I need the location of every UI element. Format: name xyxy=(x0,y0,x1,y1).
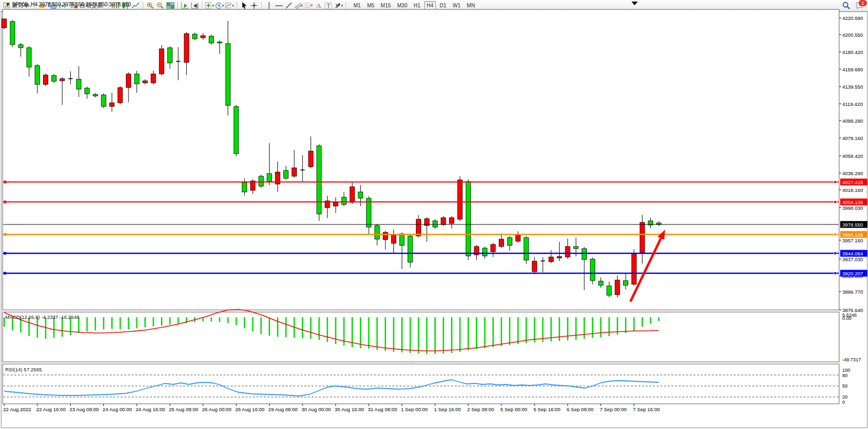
price-tick-label: 4119.420 xyxy=(842,101,863,107)
price-tick-label: 4018.160 xyxy=(842,187,863,193)
line-left-handle[interactable] xyxy=(4,201,6,203)
time-tick-label: 2 Sep 08:00 xyxy=(467,406,494,412)
candle-body xyxy=(2,19,7,28)
price-badge-label: 3978.550 xyxy=(842,222,863,228)
time-tick-label: 30 Aug 00:00 xyxy=(302,406,331,412)
line-right-handle[interactable] xyxy=(834,272,837,275)
price-tick-label: 4079.160 xyxy=(842,135,863,141)
line-right-handle[interactable] xyxy=(834,233,837,236)
line-left-handle[interactable] xyxy=(4,181,6,184)
price-tick-label: 4180.420 xyxy=(842,49,863,55)
candle-body xyxy=(416,219,421,236)
time-tick-label: 1 Sep 16:00 xyxy=(434,406,461,412)
candle-body xyxy=(118,88,123,103)
candle-body xyxy=(532,261,537,272)
rsi-scale-label: 0 xyxy=(842,400,845,405)
candle-body xyxy=(341,197,346,205)
candle-body xyxy=(159,49,164,74)
candle-body xyxy=(284,170,288,178)
candle-body xyxy=(458,180,463,219)
price-badge-label: 3966.128 xyxy=(842,232,863,238)
time-tick-label: 24 Aug 00:00 xyxy=(103,406,132,412)
candle-body xyxy=(184,34,189,62)
time-tick-label: 26 Aug 00:00 xyxy=(202,406,231,412)
candle-body xyxy=(499,239,504,246)
candle-body xyxy=(267,174,272,181)
candle-body xyxy=(143,81,147,83)
candle-body xyxy=(449,218,454,223)
macd-label: MACD(12,26,9) -4.2337 -16.2548 xyxy=(5,314,79,320)
time-tick-label: 25 Aug 08:00 xyxy=(169,406,198,412)
price-tick-label: 3876.640 xyxy=(842,307,863,313)
candle-body xyxy=(491,244,496,252)
candle-body xyxy=(27,48,31,67)
price-badge-label: 4027.415 xyxy=(842,179,863,185)
candle-body xyxy=(640,222,645,253)
candle-body xyxy=(201,36,206,38)
candle-body xyxy=(400,234,404,245)
time-tick-label: 22 Aug 2022 xyxy=(3,406,31,412)
candle-body xyxy=(93,94,98,96)
candle-body xyxy=(101,95,106,106)
price-tick-label: 4139.550 xyxy=(842,84,863,90)
candle-body xyxy=(10,22,15,45)
main-chart-panel[interactable] xyxy=(3,9,839,310)
macd-scale-bottom: -49.7317 xyxy=(842,357,861,362)
candle-body xyxy=(549,257,553,262)
candle-body xyxy=(615,280,620,295)
price-tick-label: 3957.160 xyxy=(842,238,863,243)
line-left-handle[interactable] xyxy=(4,272,6,275)
price-tick-label: 4099.290 xyxy=(842,118,863,124)
candle-body xyxy=(383,232,388,240)
price-tick-label: 3896.770 xyxy=(842,289,863,295)
candle-body xyxy=(35,66,40,84)
line-left-handle[interactable] xyxy=(4,233,6,236)
line-right-handle[interactable] xyxy=(834,201,837,203)
candle-body xyxy=(168,48,173,63)
price-tick-label: 4220.680 xyxy=(842,15,863,21)
rsi-scale-label: 80 xyxy=(842,373,848,378)
candle-body xyxy=(110,103,114,106)
price-tick-label: 4200.550 xyxy=(842,32,863,38)
candle-body xyxy=(209,36,214,43)
chart-canvas[interactable]: ▼ SP500-,H4 3978.550 3978.550 3978.550 3… xyxy=(0,0,868,417)
chart-title: ▼ SP500-,H4 3978.550 3978.550 3978.550 3… xyxy=(5,2,131,7)
time-tick-label: 31 Aug 08:00 xyxy=(368,406,397,412)
candle-body xyxy=(85,88,90,94)
scroll-to-end-marker xyxy=(631,2,638,5)
price-tick-label: 3937.030 xyxy=(842,256,863,262)
rsi-panel[interactable] xyxy=(3,364,839,404)
candle-body xyxy=(466,181,470,256)
rsi-scale-label: 20 xyxy=(842,394,848,400)
candle-body xyxy=(408,236,413,262)
line-right-handle[interactable] xyxy=(834,181,837,184)
candle-body xyxy=(126,74,131,88)
candle-body xyxy=(217,42,222,43)
price-badge-label: 4004.126 xyxy=(842,199,863,205)
line-right-handle[interactable] xyxy=(834,252,837,255)
candle-body xyxy=(226,44,230,105)
candle-body xyxy=(292,168,297,176)
candle-body xyxy=(151,74,156,83)
line-left-handle[interactable] xyxy=(4,252,6,255)
candle-body xyxy=(77,79,81,89)
time-tick-label: 5 Sep 00:00 xyxy=(500,406,527,412)
time-tick-label: 6 Sep 08:00 xyxy=(566,406,593,412)
time-tick-label: 30 Aug 16:00 xyxy=(335,406,364,412)
rsi-label: RSI(14) 57.2565 xyxy=(5,367,42,372)
price-tick-label: 4159.680 xyxy=(842,67,863,72)
candle-body xyxy=(607,286,612,295)
time-tick-label: 5 Sep 16:00 xyxy=(533,406,560,412)
candle-body xyxy=(234,106,239,154)
candle-body xyxy=(391,235,396,243)
candle-body xyxy=(334,202,338,206)
candle-body xyxy=(582,249,587,260)
candle-body xyxy=(44,75,48,84)
candle-body xyxy=(367,198,371,227)
candle-body xyxy=(358,192,363,198)
candle-body xyxy=(557,256,562,258)
time-tick-label: 22 Aug 16:00 xyxy=(36,406,66,412)
time-tick-label: 1 Sep 00:00 xyxy=(401,406,427,412)
price-tick-label: 4058.420 xyxy=(842,153,863,159)
candle-body xyxy=(375,226,380,239)
